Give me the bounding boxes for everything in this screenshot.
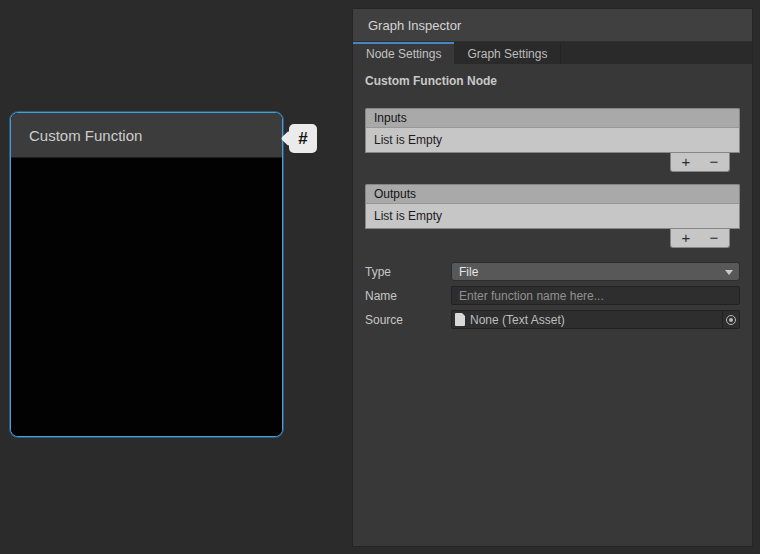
source-field-row: Source None (Text Asset) [365,310,740,329]
graph-inspector-panel: Graph Inspector Node Settings Graph Sett… [352,8,753,547]
inspector-body: Custom Function Node Inputs List is Empt… [353,64,752,329]
inputs-list-footer: + − [670,153,730,172]
node-header[interactable]: Custom Function [11,113,282,158]
remove-input-button[interactable]: − [702,154,726,170]
tab-graph-settings[interactable]: Graph Settings [454,42,561,64]
name-label: Name [365,289,451,303]
node-title: Custom Function [29,127,142,144]
type-dropdown[interactable]: File [451,262,740,281]
inputs-list-footer-row: + − [365,153,740,172]
type-field-row: Type File [365,262,740,281]
outputs-list-footer: + − [670,229,730,248]
chevron-down-icon [725,270,733,275]
list-empty-label: List is Empty [374,209,442,223]
panel-title: Graph Inspector [368,18,461,33]
list-empty-label: List is Empty [374,133,442,147]
node-properties: Type File Name Source None (Text Asset) [365,262,740,329]
shader-graph-window: Custom Function # Graph Inspector Node S… [0,0,760,554]
add-output-button[interactable]: + [674,230,698,246]
type-dropdown-value: File [459,265,478,279]
panel-header[interactable]: Graph Inspector [353,9,752,42]
inputs-list-header: Inputs [365,108,740,128]
source-object-field[interactable]: None (Text Asset) [451,310,740,329]
name-field-row: Name [365,286,740,305]
outputs-list-footer-row: + − [365,229,740,248]
source-label: Source [365,313,451,327]
node-settings-heading: Custom Function Node [365,74,740,88]
type-label: Type [365,265,451,279]
inputs-list: Inputs List is Empty + − [365,108,740,172]
hash-badge[interactable]: # [289,124,317,153]
tab-node-settings[interactable]: Node Settings [353,42,454,64]
function-name-input[interactable] [451,286,740,305]
graph-canvas[interactable]: Custom Function # [0,0,353,554]
object-picker-icon [726,315,736,325]
node-preview-body [11,159,282,436]
source-object-value: None (Text Asset) [470,313,722,327]
text-asset-icon [455,313,465,326]
hash-icon: # [298,129,307,149]
outputs-list-header: Outputs [365,184,740,204]
outputs-list: Outputs List is Empty + − [365,184,740,248]
remove-output-button[interactable]: − [702,230,726,246]
inputs-list-empty-row: List is Empty [365,128,740,153]
custom-function-node[interactable]: Custom Function [10,112,283,437]
object-picker-button[interactable] [722,311,739,328]
add-input-button[interactable]: + [674,154,698,170]
inspector-tabbar: Node Settings Graph Settings [353,42,752,64]
outputs-list-empty-row: List is Empty [365,204,740,229]
